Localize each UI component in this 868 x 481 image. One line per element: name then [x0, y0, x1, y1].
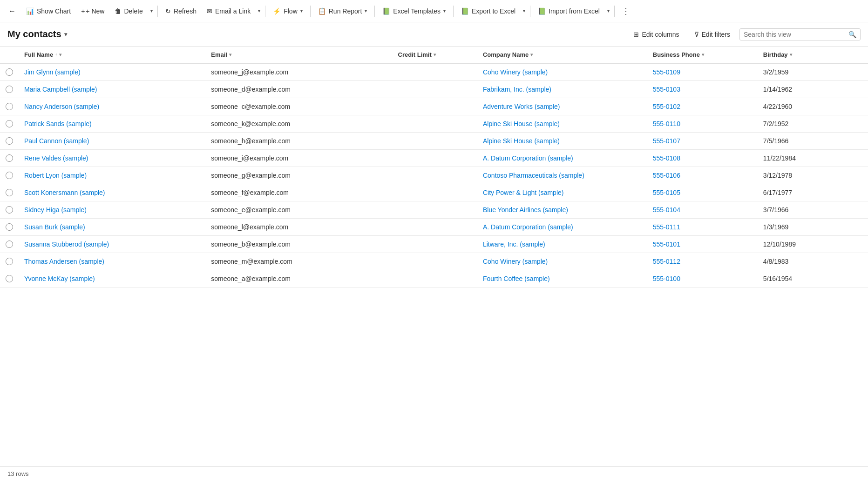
phone-link[interactable]: 555-0112	[653, 258, 680, 265]
fullname-link[interactable]: Jim Glynn (sample)	[24, 68, 81, 76]
run-report-button[interactable]: 📋 Run Report ▾	[313, 5, 372, 18]
dropdown-email-button[interactable]: ▾	[256, 6, 262, 16]
row-checkbox[interactable]	[6, 240, 13, 248]
cell-credit	[393, 236, 477, 253]
phone-link[interactable]: 555-0103	[653, 86, 680, 93]
phone-link[interactable]: 555-0104	[653, 206, 680, 214]
new-button[interactable]: + + New	[76, 5, 109, 18]
col-header-company[interactable]: Company Name ▾	[477, 47, 647, 63]
fullname-link[interactable]: Robert Lyon (sample)	[24, 172, 87, 179]
fullname-link[interactable]: Paul Cannon (sample)	[24, 137, 89, 145]
email-icon: ✉	[207, 7, 212, 15]
cell-email: someone_a@example.com	[205, 270, 392, 287]
view-title-container[interactable]: My contacts ▾	[7, 29, 67, 40]
company-link[interactable]: Fabrikam, Inc. (sample)	[483, 86, 551, 93]
row-checkbox[interactable]	[6, 258, 13, 265]
company-link[interactable]: A. Datum Corporation (sample)	[483, 154, 573, 162]
fullname-link[interactable]: Scott Konersmann (sample)	[24, 189, 105, 196]
phone-link[interactable]: 555-0108	[653, 154, 680, 162]
row-checkbox[interactable]	[6, 189, 13, 196]
cell-birthday: 3/7/1966	[758, 201, 868, 219]
cell-company: City Power & Light (sample)	[477, 184, 647, 201]
dropdown-export-button[interactable]: ▾	[521, 6, 527, 16]
chevron-credit-icon: ▾	[434, 52, 436, 57]
fullname-link[interactable]: Sidney Higa (sample)	[24, 206, 87, 214]
cell-credit	[393, 63, 477, 81]
fullname-link[interactable]: Nancy Anderson (sample)	[24, 103, 99, 110]
show-chart-button[interactable]: 📊 Show Chart	[21, 5, 75, 18]
col-header-credit[interactable]: Credit Limit ▾	[393, 47, 477, 63]
cell-credit	[393, 201, 477, 219]
edit-columns-button[interactable]: ⊞ Edit columns	[628, 28, 685, 41]
phone-link[interactable]: 555-0111	[653, 223, 680, 231]
phone-link[interactable]: 555-0110	[653, 120, 680, 127]
search-box[interactable]: 🔍	[739, 28, 861, 40]
phone-link[interactable]: 555-0106	[653, 172, 680, 179]
search-input[interactable]	[744, 31, 848, 38]
row-checkbox[interactable]	[6, 86, 13, 93]
company-link[interactable]: Coho Winery (sample)	[483, 68, 548, 76]
row-checkbox[interactable]	[6, 68, 13, 76]
row-checkbox-cell	[0, 201, 19, 219]
row-checkbox[interactable]	[6, 172, 13, 179]
company-link[interactable]: Litware, Inc. (sample)	[483, 240, 545, 248]
company-link[interactable]: Coho Winery (sample)	[483, 258, 548, 265]
col-header-phone[interactable]: Business Phone ▾	[647, 47, 758, 63]
cell-company: A. Datum Corporation (sample)	[477, 219, 647, 236]
fullname-link[interactable]: Yvonne McKay (sample)	[24, 275, 95, 282]
fullname-link[interactable]: Susan Burk (sample)	[24, 223, 85, 231]
email-link-button[interactable]: ✉ Email a Link	[202, 5, 255, 18]
row-checkbox[interactable]	[6, 103, 13, 110]
flow-icon: ⚡	[273, 7, 281, 15]
phone-link[interactable]: 555-0102	[653, 103, 680, 110]
row-checkbox[interactable]	[6, 154, 13, 162]
import-excel-button[interactable]: 📗 Import from Excel	[533, 5, 604, 18]
fullname-link[interactable]: Thomas Andersen (sample)	[24, 258, 104, 265]
fullname-link[interactable]: Susanna Stubberod (sample)	[24, 240, 109, 248]
chevron-phone-icon: ▾	[702, 52, 704, 57]
row-checkbox[interactable]	[6, 137, 13, 145]
more-options-button[interactable]: ⋮	[617, 3, 634, 20]
col-header-fullname[interactable]: Full Name ↑ ▾	[19, 47, 205, 63]
phone-link[interactable]: 555-0107	[653, 137, 680, 145]
search-icon: 🔍	[848, 31, 856, 38]
phone-link[interactable]: 555-0100	[653, 275, 680, 282]
company-link[interactable]: Adventure Works (sample)	[483, 103, 560, 110]
col-header-email[interactable]: Email ▾	[205, 47, 392, 63]
phone-link[interactable]: 555-0101	[653, 240, 680, 248]
row-checkbox[interactable]	[6, 120, 13, 127]
col-header-birthday[interactable]: Birthday ▾	[758, 47, 868, 63]
row-checkbox[interactable]	[6, 275, 13, 282]
dropdown-delete-button[interactable]: ▾	[149, 6, 155, 16]
fullname-link[interactable]: Patrick Sands (sample)	[24, 120, 92, 127]
table-row: Rene Valdes (sample)someone_i@example.co…	[0, 150, 868, 167]
excel-templates-button[interactable]: 📗 Excel Templates ▾	[378, 5, 450, 18]
phone-link[interactable]: 555-0109	[653, 68, 680, 76]
company-link[interactable]: Fourth Coffee (sample)	[483, 275, 550, 282]
phone-link[interactable]: 555-0105	[653, 189, 680, 196]
company-link[interactable]: A. Datum Corporation (sample)	[483, 223, 573, 231]
cell-email: someone_h@example.com	[205, 133, 392, 150]
fullname-link[interactable]: Rene Valdes (sample)	[24, 154, 88, 162]
back-button[interactable]: ←	[4, 3, 20, 20]
edit-filters-button[interactable]: ⊽ Edit filters	[689, 28, 736, 41]
fullname-link[interactable]: Maria Campbell (sample)	[24, 86, 97, 93]
cell-credit	[393, 184, 477, 201]
company-link[interactable]: Blue Yonder Airlines (sample)	[483, 206, 568, 214]
table-row: Maria Campbell (sample)someone_d@example…	[0, 81, 868, 98]
row-checkbox-cell	[0, 150, 19, 167]
delete-button[interactable]: 🗑 Delete	[110, 5, 147, 18]
export-excel-button[interactable]: 📗 Export to Excel	[456, 5, 520, 18]
company-link[interactable]: Alpine Ski House (sample)	[483, 137, 560, 145]
row-checkbox-cell	[0, 253, 19, 270]
dropdown-import-button[interactable]: ▾	[605, 6, 611, 16]
company-link[interactable]: City Power & Light (sample)	[483, 189, 564, 196]
row-checkbox[interactable]	[6, 206, 13, 214]
row-checkbox[interactable]	[6, 223, 13, 231]
flow-button[interactable]: ⚡ Flow ▾	[268, 5, 307, 18]
table-row: Yvonne McKay (sample)someone_a@example.c…	[0, 270, 868, 287]
company-link[interactable]: Alpine Ski House (sample)	[483, 120, 560, 127]
refresh-button[interactable]: ↻ Refresh	[161, 5, 201, 18]
cell-email: someone_e@example.com	[205, 201, 392, 219]
company-link[interactable]: Contoso Pharmaceuticals (sample)	[483, 172, 584, 179]
